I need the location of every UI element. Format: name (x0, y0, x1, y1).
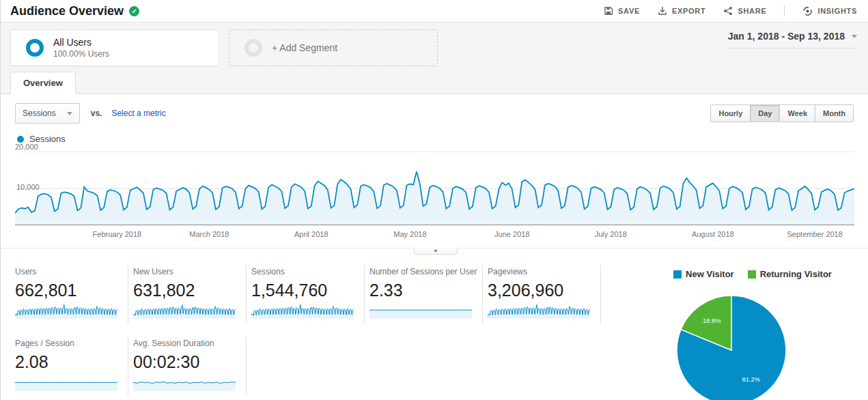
scorecard-label: Pageviews (488, 267, 593, 276)
chevron-down-icon (434, 250, 438, 253)
scorecard-avg-session-duration[interactable]: Avg. Session Duration 00:02:30 (128, 337, 247, 396)
add-segment-label: + Add Segment (272, 42, 337, 53)
select-metric-link[interactable]: Select a metric (111, 109, 165, 118)
visitor-type-pie-chart[interactable]: 81.2%18.8% (666, 286, 797, 400)
scorecard-value: 2.33 (369, 281, 475, 299)
scorecard-new-users[interactable]: New Users 631,802 (128, 265, 247, 324)
insights-icon (802, 6, 813, 16)
scorecard-value: 3,206,960 (488, 281, 593, 299)
pie-legend: New Visitor Returning Visitor (647, 269, 858, 279)
segment-title: All Users (53, 37, 109, 48)
report-header: Audience Overview ✓ SAVE EXPORT SHARE I (1, 0, 868, 23)
collapse-chart-button[interactable] (414, 248, 458, 255)
chevron-down-icon (67, 112, 72, 115)
header-actions: SAVE EXPORT SHARE INSIGHTS (604, 5, 857, 16)
scorecard-value: 631,802 (133, 281, 239, 299)
tab-overview[interactable]: Overview (10, 72, 76, 94)
scorecard-pageviews[interactable]: Pageviews 3,206,960 (483, 265, 601, 324)
scorecard-users[interactable]: Users 662,801 (10, 265, 128, 324)
visitor-type-panel: New Visitor Returning Visitor 81.2%18.8% (647, 265, 858, 400)
x-axis-tick: June 2018 (494, 230, 529, 238)
verified-check-icon: ✓ (129, 6, 139, 16)
chevron-down-icon (852, 35, 857, 38)
segment-row: All Users 100.00% Users + Add Segment Ja… (1, 23, 868, 66)
x-axis-tick: February 2018 (93, 230, 142, 238)
scorecard-label: Number of Sessions per User (369, 267, 475, 276)
x-axis-labels: February 2018 March 2018 April 2018 May … (15, 230, 854, 240)
new-users-sparkline (133, 304, 236, 319)
users-sparkline (15, 304, 117, 319)
add-segment-donut-icon (244, 39, 262, 57)
header-divider (784, 5, 785, 16)
share-icon (723, 6, 733, 16)
save-button[interactable]: SAVE (604, 6, 640, 16)
x-axis-tick: September 2018 (787, 230, 843, 238)
tab-bar: Overview (1, 66, 868, 94)
pageviews-sparkline (488, 304, 590, 319)
insights-button[interactable]: INSIGHTS (802, 6, 857, 16)
segment-donut-icon (26, 39, 44, 57)
x-axis-tick: March 2018 (189, 230, 229, 238)
avg-session-duration-sparkline (133, 376, 236, 391)
export-button[interactable]: EXPORT (658, 6, 705, 16)
x-axis-tick: April 2018 (294, 230, 328, 238)
date-range-selector[interactable]: Jan 1, 2018 - Sep 13, 2018 (728, 31, 857, 48)
scorecard-label: New Users (133, 267, 239, 276)
vs-label: vs. (91, 109, 102, 118)
pie-slice-label: 18.8% (703, 317, 721, 324)
chart-controls: Sessions vs. Select a metric Hourly Day … (1, 94, 868, 124)
scorecard-value: 662,801 (15, 281, 121, 299)
x-axis-tick: May 2018 (393, 230, 426, 238)
x-axis-tick: July 2018 (595, 230, 627, 238)
scorecard-value: 2.08 (15, 353, 121, 371)
sessions-sparkline (251, 304, 354, 319)
chart-legend: Sessions (17, 134, 868, 144)
sessions-line-chart[interactable] (15, 152, 854, 225)
granularity-toggle: Hourly Day Week Month (710, 104, 854, 122)
granularity-day-button[interactable]: Day (750, 104, 780, 122)
granularity-week-button[interactable]: Week (779, 104, 815, 122)
scorecard-label: Users (15, 267, 121, 276)
scorecard-sessions[interactable]: Sessions 1,544,760 (247, 265, 365, 324)
scorecard-label: Pages / Session (15, 339, 121, 348)
new-visitor-swatch-icon (673, 270, 682, 278)
metric-selector-value: Sessions (23, 109, 56, 118)
pages-per-session-sparkline (15, 376, 117, 391)
returning-visitor-label: Returning Visitor (760, 269, 832, 279)
pie-slice-label: 81.2% (742, 375, 760, 383)
granularity-hourly-button[interactable]: Hourly (710, 104, 751, 122)
summary-area: Users 662,801 New Users 631,802 Sessions… (1, 255, 868, 400)
scorecard-value: 1,544,760 (251, 281, 357, 299)
sessions-timeseries-chart: 20,000 10,000 February 2018 March 2018 A… (1, 146, 868, 255)
scorecard-label: Sessions (251, 267, 357, 276)
scorecard-pages-per-session[interactable]: Pages / Session 2.08 (10, 337, 128, 396)
scorecards-grid: Users 662,801 New Users 631,802 Sessions… (10, 265, 602, 400)
save-label: SAVE (618, 7, 640, 15)
segment-band: All Users 100.00% Users + Add Segment Ja… (1, 23, 868, 94)
share-button[interactable]: SHARE (723, 6, 766, 16)
segment-all-users[interactable]: All Users 100.00% Users (10, 29, 219, 66)
share-label: SHARE (738, 7, 766, 15)
metric-selector-dropdown[interactable]: Sessions (15, 103, 80, 124)
scorecard-sessions-per-user[interactable]: Number of Sessions per User 2.33 (365, 265, 483, 324)
segment-subtitle: 100.00% Users (53, 49, 109, 59)
granularity-month-button[interactable]: Month (815, 104, 854, 122)
x-axis-tick: August 2018 (692, 230, 734, 238)
y-axis-tick-20000: 20,000 (15, 143, 38, 151)
add-segment-button[interactable]: + Add Segment (229, 29, 438, 66)
sessions-legend-dot-icon (17, 136, 24, 143)
export-label: EXPORT (672, 7, 705, 15)
returning-visitor-swatch-icon (748, 270, 756, 278)
legend-returning-visitor: Returning Visitor (748, 269, 832, 279)
overview-panel: Sessions vs. Select a metric Hourly Day … (1, 94, 868, 400)
new-visitor-label: New Visitor (686, 269, 734, 279)
sessions-per-user-sparkline (369, 304, 472, 319)
date-range-text: Jan 1, 2018 - Sep 13, 2018 (728, 31, 845, 42)
legend-new-visitor: New Visitor (673, 269, 734, 279)
export-icon (658, 6, 667, 16)
insights-label: INSIGHTS (817, 7, 857, 15)
save-icon (604, 6, 613, 16)
scorecard-label: Avg. Session Duration (133, 339, 239, 348)
scorecard-value: 00:02:30 (133, 353, 239, 371)
y-axis-tick-10000: 10,000 (16, 183, 40, 191)
